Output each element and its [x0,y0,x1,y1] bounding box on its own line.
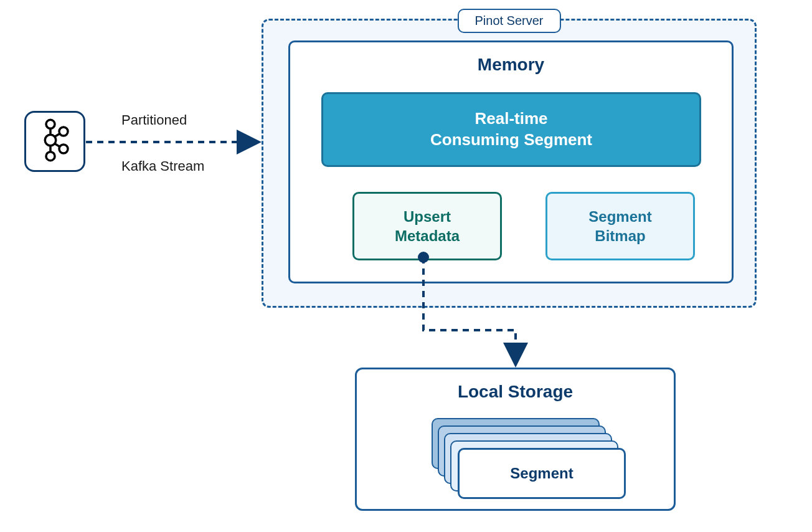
local-storage-box: Local Storage Segment [355,368,676,511]
kafka-source-box [24,111,85,172]
segment-bitmap-box: Segment Bitmap [545,192,695,260]
realtime-consuming-segment: Real-time Consuming Segment [321,92,701,167]
memory-title: Memory [290,55,732,75]
kafka-icon [40,118,70,164]
pinot-server-container: Pinot Server Memory Real-time Consuming … [262,19,757,308]
segment-card-front: Segment [458,448,626,499]
local-storage-title: Local Storage [357,382,674,402]
memory-box: Memory Real-time Consuming Segment Upser… [288,40,734,283]
pinot-server-label: Pinot Server [457,9,560,33]
svg-point-1 [45,135,56,146]
svg-line-7 [55,134,60,137]
segment-label: Segment [510,465,573,482]
upsert-metadata-box: Upsert Metadata [352,192,502,260]
svg-point-2 [46,152,55,161]
realtime-line1: Real-time [474,108,547,130]
bitmap-line2: Bitmap [595,226,645,245]
svg-point-3 [59,127,68,136]
svg-point-0 [46,120,55,128]
svg-line-8 [55,144,60,147]
stream-label-kafka: Kafka Stream [121,158,204,174]
realtime-line2: Consuming Segment [430,130,592,151]
bitmap-line1: Segment [588,207,651,226]
upsert-line2: Metadata [395,226,460,245]
stream-label-partitioned: Partitioned [121,112,187,128]
svg-point-4 [59,145,68,153]
upsert-line1: Upsert [404,207,451,226]
